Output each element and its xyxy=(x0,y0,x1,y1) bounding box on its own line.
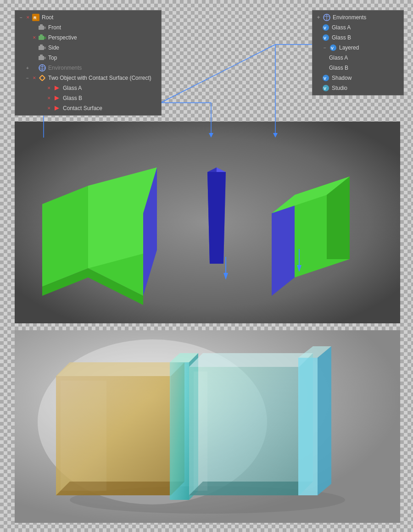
env-item-label: Glass A xyxy=(332,24,351,31)
svg-line-40 xyxy=(161,44,275,103)
svg-marker-80 xyxy=(318,346,331,495)
env-icon xyxy=(323,13,331,22)
svg-rect-2 xyxy=(39,26,44,30)
svg-rect-9 xyxy=(40,44,43,46)
svg-line-16 xyxy=(42,75,45,78)
spacer xyxy=(24,34,31,41)
svg-rect-3 xyxy=(40,24,43,26)
close-icon[interactable]: ✕ xyxy=(32,35,37,40)
left-tree-panel: − ✕ R Root Front ✕ Perspective Side xyxy=(15,10,162,116)
svg-text:V: V xyxy=(331,46,334,50)
svg-marker-77 xyxy=(189,482,313,495)
env-glass-b[interactable]: V Glass B xyxy=(313,33,403,43)
spacer xyxy=(39,95,45,101)
vray-icon: V xyxy=(322,74,330,82)
expand-icon[interactable]: − xyxy=(18,14,24,21)
close-icon[interactable]: ✕ xyxy=(32,75,37,81)
env-item-label: Layered xyxy=(339,44,359,51)
env-glass-a[interactable]: V Glass A xyxy=(313,22,403,33)
camera-icon xyxy=(38,44,46,52)
spacer xyxy=(24,44,31,51)
expand-icon[interactable]: − xyxy=(322,44,328,51)
svg-text:V: V xyxy=(324,36,326,40)
tree-item-label: Side xyxy=(48,44,59,51)
tree-item-label: Two Object with Contact Surface (Correct… xyxy=(48,75,151,81)
top-scene-svg xyxy=(15,122,400,323)
env-panel-title: Environments xyxy=(333,14,366,21)
env-item-label: Studio xyxy=(332,85,347,91)
expand-icon[interactable]: − xyxy=(24,75,31,81)
svg-marker-75 xyxy=(189,353,313,367)
svg-rect-8 xyxy=(39,46,44,50)
top-viewport xyxy=(15,122,400,323)
svg-marker-68 xyxy=(56,362,184,376)
env-item-label: Glass B xyxy=(329,65,348,71)
expand-icon[interactable]: + xyxy=(24,65,31,71)
tree-item-side[interactable]: Side xyxy=(15,43,161,53)
tree-item-label: Root xyxy=(42,14,53,21)
tree-item-two-object[interactable]: − ✕ Two Object with Contact Surface (Cor… xyxy=(15,73,161,83)
env-layered[interactable]: − V Layered xyxy=(313,43,403,53)
svg-rect-13 xyxy=(44,57,46,59)
svg-text:V: V xyxy=(324,26,326,30)
svg-marker-71 xyxy=(170,362,189,500)
svg-text:V: V xyxy=(324,86,326,91)
tree-item-label: Glass B xyxy=(63,95,82,101)
spacer xyxy=(39,85,45,91)
tree-item-label: Environments xyxy=(48,65,82,71)
svg-marker-22 xyxy=(55,106,59,111)
tree-item-label: Top xyxy=(48,55,57,61)
camera-icon xyxy=(38,23,46,32)
svg-line-19 xyxy=(39,78,42,81)
svg-rect-7 xyxy=(44,37,46,39)
camera-icon xyxy=(38,54,46,62)
plus-icon[interactable]: + xyxy=(315,14,322,21)
tree-root[interactable]: − ✕ R Root xyxy=(15,12,161,22)
svg-rect-4 xyxy=(44,27,46,29)
tree-item-top[interactable]: Top xyxy=(15,53,161,63)
vray-icon: V xyxy=(322,23,330,32)
bottom-scene-svg xyxy=(15,330,400,523)
svg-marker-78 xyxy=(298,358,318,495)
spacer xyxy=(24,55,31,61)
env-layered-glass-b[interactable]: Glass B xyxy=(313,63,403,73)
svg-marker-20 xyxy=(55,86,59,90)
camera-icon xyxy=(38,33,46,42)
svg-text:V: V xyxy=(324,76,326,81)
svg-rect-10 xyxy=(44,47,46,49)
close-icon[interactable]: ✕ xyxy=(25,15,31,20)
tree-item-glass-b[interactable]: ✕ Glass B xyxy=(15,93,161,103)
tree-item-glass-a[interactable]: ✕ Glass A xyxy=(15,83,161,93)
env-shadow[interactable]: V Shadow xyxy=(313,73,403,83)
svg-rect-6 xyxy=(40,34,43,36)
play-icon xyxy=(53,104,61,112)
tree-item-label: Glass A xyxy=(63,85,82,91)
svg-marker-81 xyxy=(61,381,106,491)
dot xyxy=(32,55,37,61)
tree-item-front[interactable]: Front xyxy=(15,22,161,33)
svg-rect-5 xyxy=(39,36,44,40)
env-studio[interactable]: V Studio xyxy=(313,83,403,93)
svg-marker-21 xyxy=(55,96,59,100)
svg-rect-12 xyxy=(40,55,43,56)
close-icon[interactable]: ✕ xyxy=(46,95,52,101)
svg-line-18 xyxy=(39,75,42,78)
tree-item-contact-surface[interactable]: ✕ Contact Surface xyxy=(15,103,161,113)
tree-item-contact-surface-label: Contact Surface xyxy=(63,105,102,111)
tree-item-environments[interactable]: + Environments xyxy=(15,63,161,73)
env-panel-header[interactable]: + Environments xyxy=(313,12,403,22)
svg-marker-53 xyxy=(207,172,226,264)
close-icon[interactable]: ✕ xyxy=(46,85,52,91)
dot xyxy=(32,45,37,50)
tree-item-perspective[interactable]: ✕ Perspective xyxy=(15,33,161,43)
env-item-label: Shadow xyxy=(332,75,352,81)
env-icon xyxy=(38,64,46,72)
tree-item-label: Front xyxy=(48,24,61,31)
svg-rect-11 xyxy=(39,56,44,60)
close-icon[interactable]: ✕ xyxy=(46,105,52,111)
dot xyxy=(32,65,37,71)
env-layered-glass-a[interactable]: Glass A xyxy=(313,53,403,63)
right-env-panel: + Environments V Glass A V Glass B − V L… xyxy=(312,10,404,95)
dot xyxy=(32,25,37,30)
root-icon: R xyxy=(32,13,40,22)
